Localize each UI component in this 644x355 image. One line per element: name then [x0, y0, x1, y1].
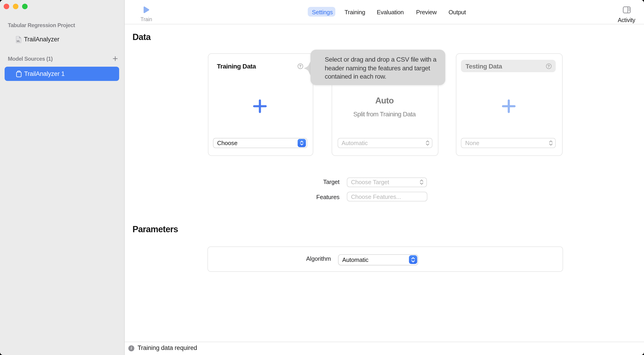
svg-text:ML: ML	[16, 40, 20, 42]
